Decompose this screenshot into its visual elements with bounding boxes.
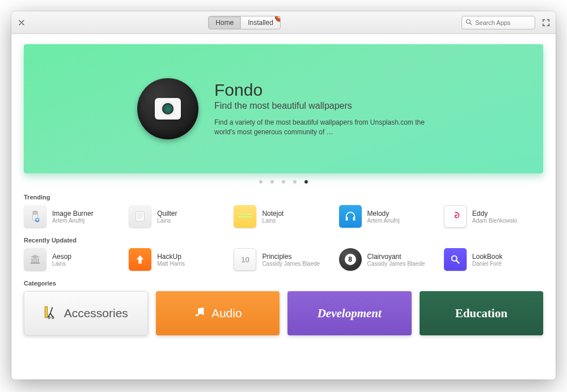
- calendar-icon: 10: [234, 248, 256, 271]
- category-accessories[interactable]: Accessories: [24, 291, 148, 335]
- app-eddy[interactable]: Eddy Adam Bieńkowski: [444, 205, 543, 228]
- app-principles[interactable]: 10 Principles Cassidy James Blaede: [234, 248, 333, 271]
- app-author: Cassidy James Blaede: [367, 261, 425, 267]
- tab-installed-label: Installed: [248, 19, 273, 27]
- app-name: Melody: [367, 210, 400, 218]
- svg-point-20: [48, 317, 50, 318]
- category-label: Development: [318, 306, 382, 321]
- app-melody[interactable]: Melody Artem Anufrij: [339, 205, 438, 228]
- camera-icon: [155, 98, 181, 120]
- featured-banner[interactable]: Fondo Find the most beautiful wallpapers…: [24, 44, 543, 173]
- content: Fondo Find the most beautiful wallpapers…: [11, 34, 556, 380]
- app-author: Adam Bieńkowski: [472, 218, 517, 224]
- calendar-day: 10: [241, 255, 249, 264]
- search-icon: [466, 18, 472, 28]
- arrow-up-icon: [129, 248, 151, 271]
- app-name: Quilter: [157, 210, 177, 218]
- app-author: Matt Harris: [157, 261, 185, 267]
- svg-rect-12: [32, 258, 33, 262]
- debian-icon: [444, 205, 467, 228]
- svg-point-22: [196, 314, 199, 316]
- categories-row: Accessories Audio Development Education: [24, 291, 543, 335]
- app-name: Aesop: [52, 253, 71, 261]
- app-name: Principles: [262, 253, 320, 261]
- featured-title: Fondo: [214, 80, 430, 100]
- svg-rect-16: [31, 263, 40, 264]
- trending-row: Image Burner Artem Anufrij Quilter Lains…: [24, 205, 543, 228]
- category-label: Education: [455, 306, 507, 321]
- trending-label: Trending: [24, 194, 543, 201]
- music-note-icon: [193, 306, 206, 321]
- app-clairvoyant[interactable]: 8 Clairvoyant Cassidy James Blaede: [339, 248, 438, 271]
- tab-home-label: Home: [215, 19, 234, 27]
- pager-dot-2[interactable]: [270, 180, 274, 184]
- recent-label: Recently Updated: [24, 237, 543, 244]
- app-name: Image Burner: [52, 210, 94, 218]
- svg-point-21: [52, 317, 53, 318]
- search-box[interactable]: [462, 16, 535, 29]
- svg-rect-11: [353, 217, 355, 220]
- view-switcher: Home Installed 4: [208, 16, 281, 29]
- svg-rect-2: [33, 211, 37, 215]
- document-icon: [129, 205, 151, 228]
- titlebar-center: Home Installed 4: [32, 16, 457, 29]
- featured-text: Fondo Find the most beautiful wallpapers…: [214, 80, 430, 138]
- featured-app-icon: [137, 78, 198, 139]
- categories-label: Categories: [24, 280, 543, 287]
- sticky-note-icon: [234, 205, 256, 228]
- app-name: HackUp: [157, 253, 185, 261]
- featured-description: Find a variety of the most beautiful wal…: [214, 118, 430, 138]
- pager-dot-1[interactable]: [259, 180, 263, 184]
- svg-rect-15: [38, 258, 39, 262]
- tab-home[interactable]: Home: [209, 16, 241, 29]
- app-author: Lains: [157, 218, 177, 224]
- close-button[interactable]: [16, 17, 27, 28]
- titlebar-right: [462, 16, 551, 29]
- app-author: Lains: [52, 261, 71, 267]
- app-lookbook[interactable]: LookBook Daniel Foré: [444, 248, 543, 271]
- pager-dot-3[interactable]: [282, 180, 285, 184]
- app-author: Artem Anufrij: [52, 218, 94, 224]
- app-quilter[interactable]: Quilter Lains: [129, 205, 228, 228]
- category-label: Accessories: [64, 306, 128, 320]
- usb-icon: [24, 205, 46, 228]
- featured-subtitle: Find the most beautiful wallpapers: [214, 101, 430, 111]
- svg-line-1: [470, 23, 472, 24]
- banner-pager: [24, 180, 543, 184]
- svg-rect-10: [345, 217, 348, 220]
- app-name: LookBook: [472, 253, 502, 261]
- headphones-icon: [339, 205, 362, 228]
- search-input[interactable]: [475, 19, 531, 26]
- category-development[interactable]: Development: [287, 291, 412, 335]
- ruler-scissors-icon: [44, 305, 58, 322]
- svg-rect-13: [33, 258, 35, 262]
- svg-rect-14: [36, 258, 37, 262]
- updates-badge: 4: [275, 16, 281, 22]
- svg-rect-19: [45, 306, 47, 318]
- app-author: Lains: [262, 218, 284, 224]
- category-education[interactable]: Education: [420, 291, 544, 335]
- titlebar: Home Installed 4: [11, 11, 556, 34]
- pager-dot-5[interactable]: [304, 180, 308, 184]
- svg-line-18: [456, 261, 459, 263]
- magnifier-icon: [444, 248, 467, 271]
- pager-dot-4[interactable]: [293, 180, 297, 184]
- maximize-button[interactable]: [541, 18, 551, 28]
- app-aesop[interactable]: Aesop Lains: [24, 248, 123, 271]
- app-window: Home Installed 4: [11, 11, 556, 380]
- svg-point-23: [201, 312, 205, 314]
- eight-ball-icon: 8: [339, 248, 362, 271]
- app-author: Artem Anufrij: [367, 218, 400, 224]
- tab-installed[interactable]: Installed 4: [241, 16, 280, 29]
- columns-icon: [24, 248, 46, 271]
- app-hackup[interactable]: HackUp Matt Harris: [129, 248, 228, 271]
- app-notejot[interactable]: Notejot Lains: [234, 205, 333, 228]
- svg-rect-5: [136, 212, 145, 221]
- app-name: Notejot: [262, 210, 284, 218]
- app-name: Eddy: [472, 210, 517, 218]
- app-author: Cassidy James Blaede: [262, 261, 320, 267]
- app-name: Clairvoyant: [367, 253, 425, 261]
- category-label: Audio: [211, 306, 242, 320]
- category-audio[interactable]: Audio: [156, 291, 280, 335]
- app-image-burner[interactable]: Image Burner Artem Anufrij: [24, 205, 123, 228]
